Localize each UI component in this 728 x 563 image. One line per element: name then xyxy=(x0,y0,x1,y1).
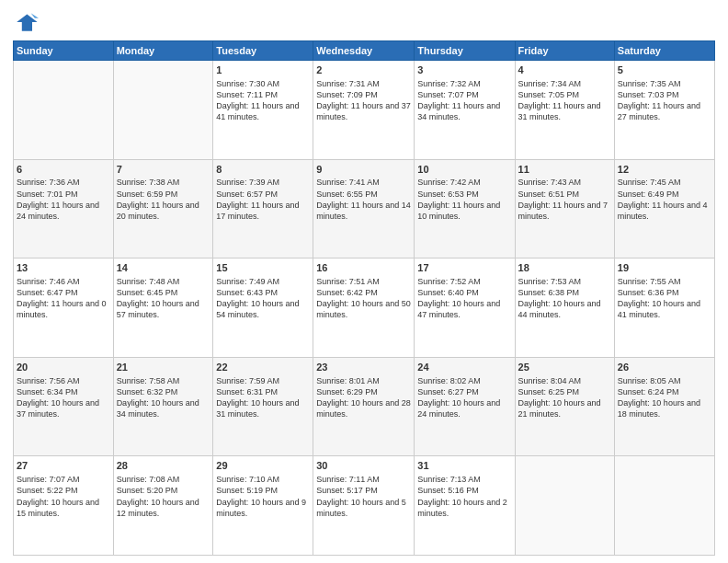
week-row-4: 20Sunrise: 7:56 AMSunset: 6:34 PMDayligh… xyxy=(14,357,715,456)
day-info: Sunrise: 7:32 AMSunset: 7:07 PMDaylight:… xyxy=(417,78,511,123)
day-number: 16 xyxy=(316,261,411,275)
day-cell xyxy=(113,61,213,160)
day-number: 9 xyxy=(316,163,411,177)
day-number: 21 xyxy=(117,361,210,374)
day-cell: 26Sunrise: 8:05 AMSunset: 6:24 PMDayligh… xyxy=(614,357,714,456)
week-row-2: 6Sunrise: 7:36 AMSunset: 7:01 PMDaylight… xyxy=(14,159,715,259)
calendar-table: SundayMondayTuesdayWednesdayThursdayFrid… xyxy=(13,40,715,556)
day-cell: 2Sunrise: 7:31 AMSunset: 7:09 PMDaylight… xyxy=(313,61,415,160)
day-cell xyxy=(515,456,614,556)
day-number: 6 xyxy=(17,163,110,177)
day-cell: 15Sunrise: 7:49 AMSunset: 6:43 PMDayligh… xyxy=(213,259,313,358)
day-number: 23 xyxy=(316,361,411,374)
day-number: 1 xyxy=(216,63,310,77)
day-cell: 6Sunrise: 7:36 AMSunset: 7:01 PMDaylight… xyxy=(14,159,114,259)
day-info: Sunrise: 8:01 AMSunset: 6:29 PMDaylight:… xyxy=(316,375,411,420)
week-row-5: 27Sunrise: 7:07 AMSunset: 5:22 PMDayligh… xyxy=(14,456,715,556)
day-cell: 31Sunrise: 7:13 AMSunset: 5:16 PMDayligh… xyxy=(415,456,515,556)
day-number: 14 xyxy=(117,261,210,275)
day-info: Sunrise: 7:08 AMSunset: 5:20 PMDaylight:… xyxy=(117,474,210,519)
day-cell: 13Sunrise: 7:46 AMSunset: 6:47 PMDayligh… xyxy=(14,259,114,358)
day-number: 29 xyxy=(216,459,310,473)
logo xyxy=(13,9,42,35)
day-cell: 3Sunrise: 7:32 AMSunset: 7:07 PMDaylight… xyxy=(415,61,515,160)
week-row-3: 13Sunrise: 7:46 AMSunset: 6:47 PMDayligh… xyxy=(14,259,715,358)
day-number: 4 xyxy=(518,63,611,77)
day-number: 3 xyxy=(417,63,511,77)
day-cell: 7Sunrise: 7:38 AMSunset: 6:59 PMDaylight… xyxy=(113,159,213,259)
day-info: Sunrise: 7:13 AMSunset: 5:16 PMDaylight:… xyxy=(417,474,511,519)
day-cell: 9Sunrise: 7:41 AMSunset: 6:55 PMDaylight… xyxy=(313,159,415,259)
day-info: Sunrise: 8:02 AMSunset: 6:27 PMDaylight:… xyxy=(417,375,511,420)
calendar-header-row: SundayMondayTuesdayWednesdayThursdayFrid… xyxy=(14,41,715,61)
day-cell: 16Sunrise: 7:51 AMSunset: 6:42 PMDayligh… xyxy=(313,259,415,358)
day-number: 5 xyxy=(618,63,711,77)
day-cell: 29Sunrise: 7:10 AMSunset: 5:19 PMDayligh… xyxy=(213,456,313,556)
day-info: Sunrise: 7:43 AMSunset: 6:51 PMDaylight:… xyxy=(518,177,611,222)
day-cell: 25Sunrise: 8:04 AMSunset: 6:25 PMDayligh… xyxy=(515,357,614,456)
day-info: Sunrise: 7:48 AMSunset: 6:45 PMDaylight:… xyxy=(117,276,210,321)
day-info: Sunrise: 7:42 AMSunset: 6:53 PMDaylight:… xyxy=(417,177,511,222)
day-info: Sunrise: 7:39 AMSunset: 6:57 PMDaylight:… xyxy=(216,177,310,222)
day-cell: 1Sunrise: 7:30 AMSunset: 7:11 PMDaylight… xyxy=(213,61,313,160)
day-number: 13 xyxy=(17,261,110,275)
day-info: Sunrise: 7:36 AMSunset: 7:01 PMDaylight:… xyxy=(17,177,110,222)
day-cell: 12Sunrise: 7:45 AMSunset: 6:49 PMDayligh… xyxy=(614,159,714,259)
day-number: 19 xyxy=(618,261,711,275)
day-info: Sunrise: 7:35 AMSunset: 7:03 PMDaylight:… xyxy=(618,78,711,123)
column-header-saturday: Saturday xyxy=(614,41,714,61)
column-header-thursday: Thursday xyxy=(415,41,515,61)
day-cell: 10Sunrise: 7:42 AMSunset: 6:53 PMDayligh… xyxy=(415,159,515,259)
day-info: Sunrise: 8:04 AMSunset: 6:25 PMDaylight:… xyxy=(518,375,611,420)
day-info: Sunrise: 8:05 AMSunset: 6:24 PMDaylight:… xyxy=(618,375,711,420)
day-cell: 8Sunrise: 7:39 AMSunset: 6:57 PMDaylight… xyxy=(213,159,313,259)
day-info: Sunrise: 7:56 AMSunset: 6:34 PMDaylight:… xyxy=(17,375,110,420)
day-cell xyxy=(614,456,714,556)
day-number: 20 xyxy=(17,361,110,374)
day-info: Sunrise: 7:10 AMSunset: 5:19 PMDaylight:… xyxy=(216,474,310,519)
column-header-sunday: Sunday xyxy=(14,41,114,61)
day-info: Sunrise: 7:07 AMSunset: 5:22 PMDaylight:… xyxy=(17,474,110,519)
day-number: 7 xyxy=(117,163,210,177)
day-info: Sunrise: 7:11 AMSunset: 5:17 PMDaylight:… xyxy=(316,474,411,519)
day-info: Sunrise: 7:38 AMSunset: 6:59 PMDaylight:… xyxy=(117,177,210,222)
day-info: Sunrise: 7:58 AMSunset: 6:32 PMDaylight:… xyxy=(117,375,210,420)
day-cell: 30Sunrise: 7:11 AMSunset: 5:17 PMDayligh… xyxy=(313,456,415,556)
column-header-wednesday: Wednesday xyxy=(313,41,415,61)
day-cell: 28Sunrise: 7:08 AMSunset: 5:20 PMDayligh… xyxy=(113,456,213,556)
day-info: Sunrise: 7:31 AMSunset: 7:09 PMDaylight:… xyxy=(316,78,411,123)
day-number: 28 xyxy=(117,459,210,473)
day-info: Sunrise: 7:55 AMSunset: 6:36 PMDaylight:… xyxy=(618,276,711,321)
day-cell: 20Sunrise: 7:56 AMSunset: 6:34 PMDayligh… xyxy=(14,357,114,456)
day-cell: 22Sunrise: 7:59 AMSunset: 6:31 PMDayligh… xyxy=(213,357,313,456)
day-cell: 5Sunrise: 7:35 AMSunset: 7:03 PMDaylight… xyxy=(614,61,714,160)
day-info: Sunrise: 7:30 AMSunset: 7:11 PMDaylight:… xyxy=(216,78,310,123)
day-number: 27 xyxy=(17,459,110,473)
day-cell: 14Sunrise: 7:48 AMSunset: 6:45 PMDayligh… xyxy=(113,259,213,358)
day-number: 10 xyxy=(417,163,511,177)
day-info: Sunrise: 7:41 AMSunset: 6:55 PMDaylight:… xyxy=(316,177,411,222)
day-cell: 17Sunrise: 7:52 AMSunset: 6:40 PMDayligh… xyxy=(415,259,515,358)
day-number: 8 xyxy=(216,163,310,177)
day-number: 12 xyxy=(618,163,711,177)
day-cell: 21Sunrise: 7:58 AMSunset: 6:32 PMDayligh… xyxy=(113,357,213,456)
column-header-tuesday: Tuesday xyxy=(213,41,313,61)
week-row-1: 1Sunrise: 7:30 AMSunset: 7:11 PMDaylight… xyxy=(14,61,715,160)
day-number: 30 xyxy=(316,459,411,473)
day-number: 26 xyxy=(618,361,711,374)
column-header-monday: Monday xyxy=(113,41,213,61)
day-number: 18 xyxy=(518,261,611,275)
page-header xyxy=(13,9,715,35)
day-info: Sunrise: 7:51 AMSunset: 6:42 PMDaylight:… xyxy=(316,276,411,321)
day-cell: 27Sunrise: 7:07 AMSunset: 5:22 PMDayligh… xyxy=(14,456,114,556)
day-info: Sunrise: 7:45 AMSunset: 6:49 PMDaylight:… xyxy=(618,177,711,222)
day-number: 17 xyxy=(417,261,511,275)
day-number: 31 xyxy=(417,459,511,473)
logo-icon xyxy=(13,9,39,35)
column-header-friday: Friday xyxy=(515,41,614,61)
day-info: Sunrise: 7:46 AMSunset: 6:47 PMDaylight:… xyxy=(17,276,110,321)
day-info: Sunrise: 7:52 AMSunset: 6:40 PMDaylight:… xyxy=(417,276,511,321)
day-info: Sunrise: 7:53 AMSunset: 6:38 PMDaylight:… xyxy=(518,276,611,321)
day-cell: 11Sunrise: 7:43 AMSunset: 6:51 PMDayligh… xyxy=(515,159,614,259)
day-cell: 24Sunrise: 8:02 AMSunset: 6:27 PMDayligh… xyxy=(415,357,515,456)
